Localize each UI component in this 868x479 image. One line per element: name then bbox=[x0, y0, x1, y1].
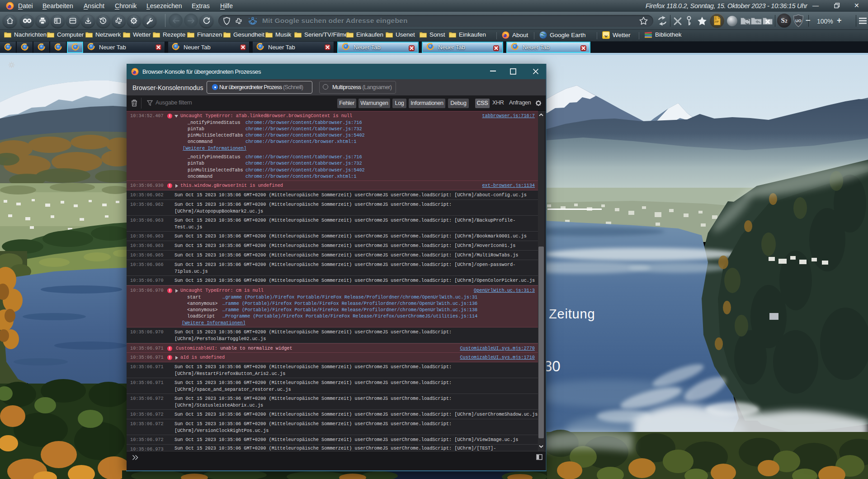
svg-text:ZIP: ZIP bbox=[715, 20, 719, 23]
svg-text:w: w bbox=[604, 33, 608, 38]
svg-text:UO: UO bbox=[795, 19, 802, 23]
